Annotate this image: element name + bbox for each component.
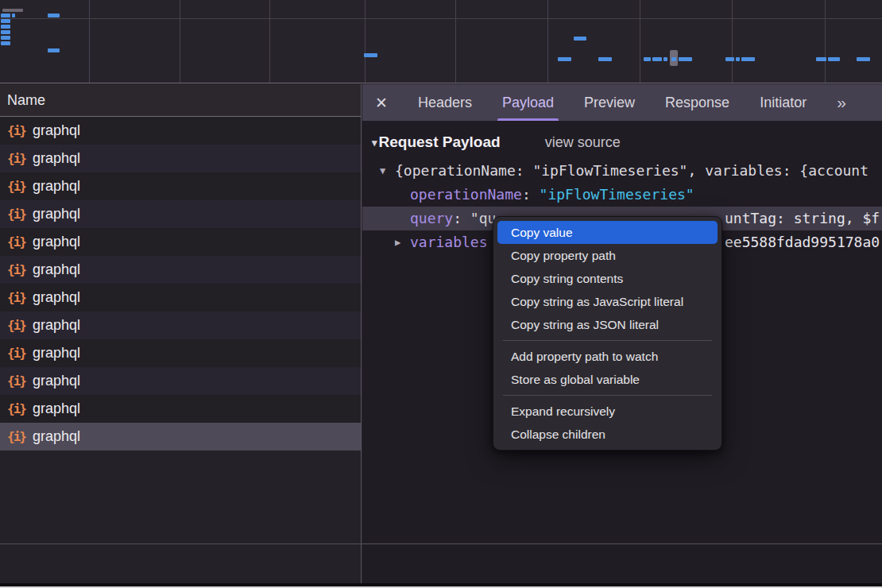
- json-plain-segment: : "qu: [453, 210, 496, 226]
- network-request-row[interactable]: {i}graphql: [0, 117, 361, 145]
- json-braces-icon: {i}: [7, 151, 25, 166]
- request-timeline-bar: [725, 57, 734, 61]
- request-name-label: graphql: [33, 234, 80, 250]
- network-request-row[interactable]: {i}graphql: [0, 145, 361, 172]
- context-menu: Copy valueCopy property pathCopy string …: [493, 216, 722, 451]
- request-timeline-bar: [1, 36, 10, 40]
- context-menu-item[interactable]: Copy property path: [497, 244, 718, 267]
- json-plain-segment: :: [522, 186, 540, 203]
- request-timeline-bar: [736, 57, 740, 61]
- request-timeline-bar: [1, 30, 10, 34]
- name-column-header[interactable]: Name: [0, 84, 361, 117]
- context-menu-item[interactable]: Copy string contents: [497, 267, 718, 290]
- request-timeline-bar: [558, 57, 571, 61]
- json-key-segment: variables: [410, 234, 488, 250]
- payload-tree-row[interactable]: ▼{operationName: "ipFlowTimeseries", var…: [362, 159, 882, 183]
- network-request-row[interactable]: {i}graphql: [0, 172, 361, 200]
- tree-row-text: operationName: "ipFlowTimeseries": [362, 183, 694, 207]
- request-timeline-bar: [663, 57, 667, 61]
- request-name-label: graphql: [33, 317, 80, 334]
- request-timeline-bar: [1, 19, 10, 23]
- context-menu-separator: [503, 340, 712, 341]
- request-name-label: graphql: [33, 345, 80, 362]
- timeline-gray-dash: [2, 9, 23, 12]
- json-braces-icon: {i}: [7, 123, 25, 138]
- request-timeline-bar: [828, 57, 840, 61]
- context-menu-item[interactable]: Expand recursively: [497, 400, 718, 423]
- tree-row-text: query: "qu: [362, 207, 496, 230]
- timeline-gridline: [455, 0, 456, 83]
- view-source-link[interactable]: view source: [545, 134, 621, 151]
- tab-preview[interactable]: Preview: [584, 84, 635, 121]
- json-braces-icon: {i}: [7, 401, 25, 416]
- timeline-gridline: [180, 0, 180, 83]
- request-name-label: graphql: [33, 206, 80, 222]
- close-icon[interactable]: ✕: [375, 84, 388, 121]
- network-request-row[interactable]: {i}graphql: [0, 228, 361, 256]
- tab-payload[interactable]: Payload: [502, 84, 554, 121]
- request-name-label: graphql: [33, 289, 80, 306]
- request-timeline-bar: [1, 41, 10, 45]
- network-request-row[interactable]: {i}graphql: [0, 367, 361, 395]
- devtools-window: Name {i}graphql{i}graphql{i}graphql{i}gr…: [0, 0, 882, 588]
- request-name-label: graphql: [33, 178, 80, 195]
- request-name-label: graphql: [33, 122, 80, 139]
- clipped-text-fragment: untTag: string, $f: [725, 207, 880, 230]
- json-plain-segment: {operationName: "ipFlowTimeseries", vari…: [395, 162, 868, 179]
- json-braces-icon: {i}: [7, 207, 25, 222]
- network-request-row[interactable]: {i}graphql: [0, 339, 361, 367]
- collapsed-twisty-icon[interactable]: ▶: [395, 230, 400, 254]
- context-menu-item[interactable]: Copy string as JavaScript literal: [497, 290, 718, 313]
- request-timeline-bar: [644, 57, 651, 61]
- request-name-label: graphql: [33, 150, 80, 167]
- request-name-label: graphql: [33, 261, 80, 278]
- context-menu-item[interactable]: Copy string as JSON literal: [497, 313, 718, 336]
- json-braces-icon: {i}: [7, 290, 25, 305]
- request-timeline-bar: [598, 57, 612, 61]
- details-tabbar: ✕ HeadersPayloadPreviewResponseInitiator…: [362, 84, 882, 121]
- context-menu-item[interactable]: Copy value: [497, 221, 718, 244]
- json-braces-icon: {i}: [7, 346, 25, 361]
- requests-panel: Name {i}graphql{i}graphql{i}graphql{i}gr…: [0, 84, 362, 588]
- request-timeline-bar: [12, 14, 15, 17]
- json-braces-icon: {i}: [7, 179, 25, 194]
- json-braces-icon: {i}: [7, 318, 25, 333]
- clipped-text-fragment: ee5588fdad995178a0: [725, 230, 880, 254]
- request-timeline-bar: [816, 57, 826, 61]
- request-timeline-bar: [1, 25, 10, 29]
- context-menu-item[interactable]: Collapse children: [497, 423, 718, 446]
- request-timeline-bar: [48, 14, 60, 17]
- request-name-label: graphql: [33, 373, 80, 389]
- json-key-segment: query: [410, 210, 453, 226]
- request-name-label: graphql: [33, 400, 80, 417]
- json-braces-icon: {i}: [7, 234, 25, 250]
- network-request-row[interactable]: {i}graphql: [0, 200, 361, 228]
- request-timeline-bar: [857, 57, 870, 61]
- context-menu-item[interactable]: Store as global variable: [497, 368, 718, 391]
- request-timeline-bar: [1, 14, 10, 17]
- payload-tree-row[interactable]: operationName: "ipFlowTimeseries": [362, 183, 882, 207]
- json-braces-icon: {i}: [7, 262, 25, 277]
- timeline-divider-line: [0, 18, 882, 19]
- section-collapse-icon[interactable]: ▾: [372, 137, 377, 149]
- network-request-row[interactable]: {i}graphql: [0, 256, 361, 284]
- request-timeline-bar: [741, 57, 755, 61]
- expanded-twisty-icon[interactable]: ▼: [380, 159, 385, 183]
- more-tabs-icon[interactable]: »: [837, 84, 845, 121]
- tab-headers[interactable]: Headers: [418, 84, 472, 121]
- network-request-row[interactable]: {i}graphql: [0, 284, 361, 311]
- context-menu-item[interactable]: Add property path to watch: [497, 345, 718, 368]
- request-timeline-bar: [671, 57, 676, 61]
- request-payload-section: ▾ Request Payload view source: [362, 130, 882, 154]
- tab-initiator[interactable]: Initiator: [760, 84, 807, 121]
- network-request-row[interactable]: {i}graphql: [0, 311, 361, 339]
- name-column-label: Name: [7, 92, 45, 109]
- timeline-gridline: [640, 0, 640, 83]
- request-timeline-bar: [364, 53, 377, 57]
- json-key-segment: operationName: [410, 186, 522, 203]
- network-overview-strip[interactable]: [0, 0, 882, 83]
- footer-divider: [0, 544, 882, 544]
- network-request-row[interactable]: {i}graphql: [0, 395, 361, 423]
- tab-response[interactable]: Response: [665, 84, 729, 121]
- network-request-row[interactable]: {i}graphql: [0, 423, 361, 451]
